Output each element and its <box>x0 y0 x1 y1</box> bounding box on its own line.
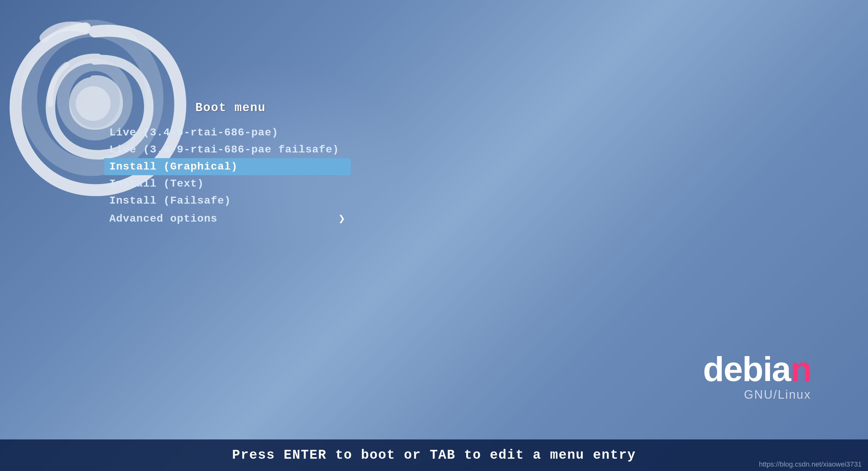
boot-menu-title: Boot menu <box>104 101 357 114</box>
menu-items-list: Live (3.4-9-rtai-686-pae) Live (3.4-9-rt… <box>104 124 351 228</box>
boot-menu: Boot menu Live (3.4-9-rtai-686-pae) Live… <box>104 101 357 228</box>
advanced-options-arrow-icon: ❯ <box>338 212 346 226</box>
debian-gnu-linux-text: GNU/Linux <box>703 388 811 402</box>
csdn-watermark: https://blog.csdn.net/xiaowei3731 <box>759 460 862 468</box>
debian-dot: n <box>790 349 811 388</box>
debian-logo: debian GNU/Linux <box>703 352 811 402</box>
menu-item-live-rtai[interactable]: Live (3.4-9-rtai-686-pae) <box>104 124 351 141</box>
debian-logo-wordmark: debian <box>703 352 811 386</box>
debian-name-text: debia <box>703 349 790 388</box>
menu-item-install-text[interactable]: Install (Text) <box>104 175 351 192</box>
status-bar: Press ENTER to boot or TAB to edit a men… <box>0 439 868 471</box>
menu-item-install-failsafe[interactable]: Install (Failsafe) <box>104 192 351 209</box>
menu-item-advanced-options[interactable]: Advanced options ❯ <box>104 209 351 228</box>
menu-item-live-rtai-failsafe[interactable]: Live (3.4-9-rtai-686-pae failsafe) <box>104 141 351 158</box>
menu-item-install-graphical[interactable]: Install (Graphical) <box>104 158 351 175</box>
status-text: Press ENTER to boot or TAB to edit a men… <box>232 448 636 463</box>
advanced-options-label: Advanced options <box>109 213 217 225</box>
